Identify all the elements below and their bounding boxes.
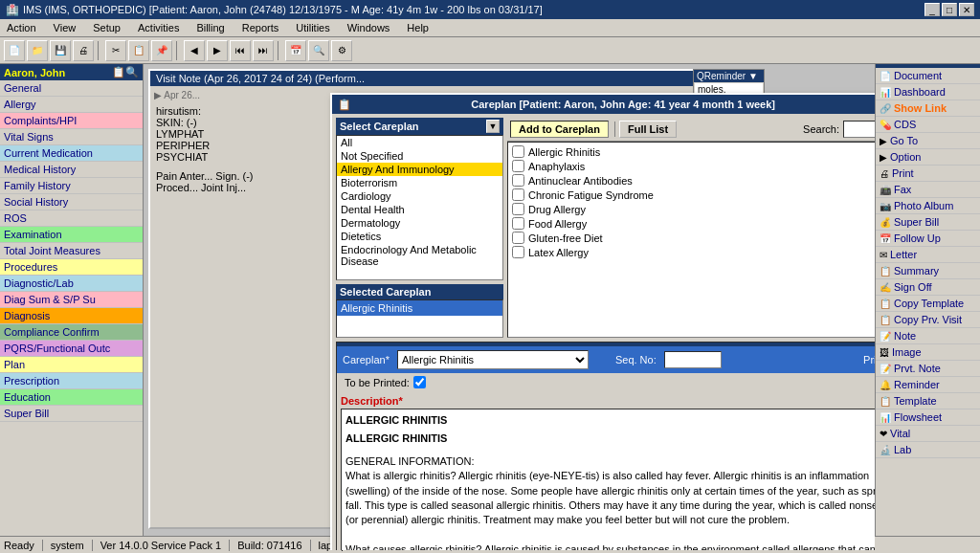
sidebar-item-show-link[interactable]: 🔗 Show Link xyxy=(876,100,980,117)
sidebar-item-reminder[interactable]: 🔔 Reminder xyxy=(876,377,980,393)
sidebar-item-complaints[interactable]: Complaints/HPI xyxy=(0,113,143,129)
toolbar-cut[interactable]: ✂ xyxy=(105,40,126,61)
toolbar-first[interactable]: ⏮ xyxy=(230,40,251,61)
to-be-printed-checkbox[interactable] xyxy=(413,376,426,388)
toolbar-open[interactable]: 📁 xyxy=(27,40,48,61)
toolbar-forward[interactable]: ▶ xyxy=(207,40,228,61)
sidebar-item-medication[interactable]: Current Medication xyxy=(0,145,143,162)
toolbar-last[interactable]: ⏭ xyxy=(253,40,274,61)
category-dermatology[interactable]: Dermatology xyxy=(337,216,502,230)
sidebar-item-joint-measures[interactable]: Total Joint Measures xyxy=(0,243,143,259)
sidebar-item-option[interactable]: ▶ Option xyxy=(876,149,980,166)
sidebar-item-family-history[interactable]: Family History xyxy=(0,178,143,194)
sidebar-item-summary[interactable]: 📋 Summary xyxy=(876,263,980,279)
sidebar-item-flowsheet[interactable]: 📊 Flowsheet xyxy=(876,409,980,426)
sidebar-item-allergy[interactable]: Allergy xyxy=(0,97,143,113)
cb-latex-allergy-check[interactable] xyxy=(512,246,524,258)
cb-anaphylaxis[interactable]: Anaphylaxis xyxy=(510,159,875,173)
category-bioterrorism[interactable]: Bioterrorism xyxy=(337,176,502,189)
cb-gluten-free-check[interactable] xyxy=(512,232,524,244)
maximize-button[interactable]: □ xyxy=(942,3,957,16)
careplan-checkbox-list[interactable]: Allergic Rhinitis Anaphylaxis Antinuclea… xyxy=(507,142,875,338)
minimize-button[interactable]: _ xyxy=(924,3,940,16)
selected-careplan-item[interactable]: Allergic Rhinitis xyxy=(337,300,502,316)
sidebar-item-medical-history[interactable]: Medical History xyxy=(0,162,143,178)
sidebar-item-fax[interactable]: 📠 Fax xyxy=(876,182,980,198)
category-dietetics[interactable]: Dietetics xyxy=(337,230,502,243)
menu-windows[interactable]: Windows xyxy=(345,21,393,34)
sidebar-item-print[interactable]: 🖨 Print xyxy=(876,166,980,182)
cb-latex-allergy[interactable]: Latex Allergy xyxy=(510,245,875,259)
sidebar-item-diagnostic[interactable]: Diagnostic/Lab xyxy=(0,276,143,292)
menu-action[interactable]: Action xyxy=(4,21,39,34)
sidebar-item-sign-off[interactable]: ✍ Sign Off xyxy=(876,279,980,296)
toolbar-save[interactable]: 💾 xyxy=(50,40,71,61)
sidebar-item-plan[interactable]: Plan xyxy=(0,357,143,373)
toolbar-back[interactable]: ◀ xyxy=(184,40,205,61)
category-endocrinology[interactable]: Endocrinology And Metabolic Disease xyxy=(337,243,502,268)
cb-food-allergy[interactable]: Food Allergy xyxy=(510,216,875,231)
cb-chronic-fatigue-check[interactable] xyxy=(512,188,524,201)
menu-utilities[interactable]: Utilities xyxy=(293,21,332,34)
sidebar-item-prvt-note[interactable]: 📝 Prvt. Note xyxy=(876,361,980,377)
sidebar-item-copy-template[interactable]: 📋 Copy Template xyxy=(876,296,980,312)
sidebar-item-examination[interactable]: Examination xyxy=(0,227,143,243)
menu-reports[interactable]: Reports xyxy=(239,21,282,34)
cb-gluten-free[interactable]: Gluten-free Diet xyxy=(510,231,875,245)
sidebar-item-image[interactable]: 🖼 Image xyxy=(876,344,980,361)
toolbar-copy[interactable]: 📋 xyxy=(128,40,149,61)
menu-view[interactable]: View xyxy=(51,21,79,34)
sidebar-item-pqrs[interactable]: PQRS/Functional Outc xyxy=(0,341,143,357)
careplan-select[interactable]: Allergic Rhinitis xyxy=(397,350,589,369)
sidebar-item-super-bill-rs[interactable]: 💰 Super Bill xyxy=(876,214,980,231)
sidebar-item-prescription[interactable]: Prescription xyxy=(0,373,143,389)
cb-allergic-rhinitis-check[interactable] xyxy=(512,145,524,158)
sidebar-item-follow-up[interactable]: 📅 Follow Up xyxy=(876,231,980,247)
category-allergy[interactable]: Allergy And Immunology xyxy=(337,163,502,176)
menu-help[interactable]: Help xyxy=(404,21,432,34)
cb-antinuclear-check[interactable] xyxy=(512,174,524,187)
category-cardiology[interactable]: Cardiology xyxy=(337,189,502,203)
sidebar-item-copy-prv-visit[interactable]: 📋 Copy Prv. Visit xyxy=(876,312,980,328)
toolbar-settings[interactable]: ⚙ xyxy=(331,40,352,61)
sidebar-item-cds[interactable]: 💊 CDS xyxy=(876,117,980,133)
close-button[interactable]: ✕ xyxy=(959,3,974,16)
sidebar-item-procedures[interactable]: Procedures xyxy=(0,259,143,276)
sidebar-item-photo-album[interactable]: 📷 Photo Album xyxy=(876,198,980,214)
cb-food-allergy-check[interactable] xyxy=(512,217,524,230)
cb-drug-allergy[interactable]: Drug Allergy xyxy=(510,202,875,216)
add-to-careplan-button[interactable]: Add to Careplan xyxy=(510,121,609,138)
cb-chronic-fatigue[interactable]: Chronic Fatigue Syndrome xyxy=(510,188,875,202)
cb-allergic-rhinitis[interactable]: Allergic Rhinitis xyxy=(510,144,875,159)
category-dental[interactable]: Dental Health xyxy=(337,203,502,216)
sidebar-item-goto[interactable]: ▶ Go To xyxy=(876,133,980,149)
sidebar-item-note[interactable]: 📝 Note xyxy=(876,328,980,344)
careplan-category-list[interactable]: All Not Specified Allergy And Immunology… xyxy=(336,135,503,280)
sidebar-item-diag-sum[interactable]: Diag Sum & S/P Su xyxy=(0,292,143,308)
sidebar-item-vital[interactable]: ❤ Vital xyxy=(876,426,980,442)
cb-antinuclear[interactable]: Antinuclear Antibodies xyxy=(510,173,875,188)
menu-activities[interactable]: Activities xyxy=(135,21,182,34)
sidebar-item-letter[interactable]: ✉ Letter xyxy=(876,247,980,263)
select-careplan-scroll[interactable]: ▼ xyxy=(486,120,500,133)
seq-no-input[interactable] xyxy=(664,351,722,368)
toolbar-paste[interactable]: 📌 xyxy=(151,40,172,61)
cb-drug-allergy-check[interactable] xyxy=(512,203,524,215)
cb-anaphylaxis-check[interactable] xyxy=(512,160,524,172)
sidebar-item-general[interactable]: General xyxy=(0,80,143,97)
sidebar-item-ros[interactable]: ROS xyxy=(0,210,143,227)
sidebar-item-education[interactable]: Education xyxy=(0,389,143,406)
toolbar-new[interactable]: 📄 xyxy=(4,40,25,61)
menu-setup[interactable]: Setup xyxy=(90,21,123,34)
selected-careplan-list[interactable]: Allergic Rhinitis xyxy=(336,299,503,338)
sidebar-item-template[interactable]: 📋 Template xyxy=(876,393,980,409)
category-all[interactable]: All xyxy=(337,136,502,149)
menu-billing[interactable]: Billing xyxy=(193,21,227,34)
toolbar-print[interactable]: 🖨 xyxy=(73,40,94,61)
sidebar-item-document[interactable]: 📄 Document xyxy=(876,68,980,84)
sidebar-item-diagnosis[interactable]: Diagnosis xyxy=(0,308,143,324)
sidebar-item-vitals[interactable]: Vital Signs xyxy=(0,129,143,145)
full-list-button[interactable]: Full List xyxy=(619,121,677,138)
sidebar-item-lab[interactable]: 🔬 Lab xyxy=(876,442,980,458)
sidebar-item-compliance[interactable]: Compliance Confirm xyxy=(0,324,143,341)
